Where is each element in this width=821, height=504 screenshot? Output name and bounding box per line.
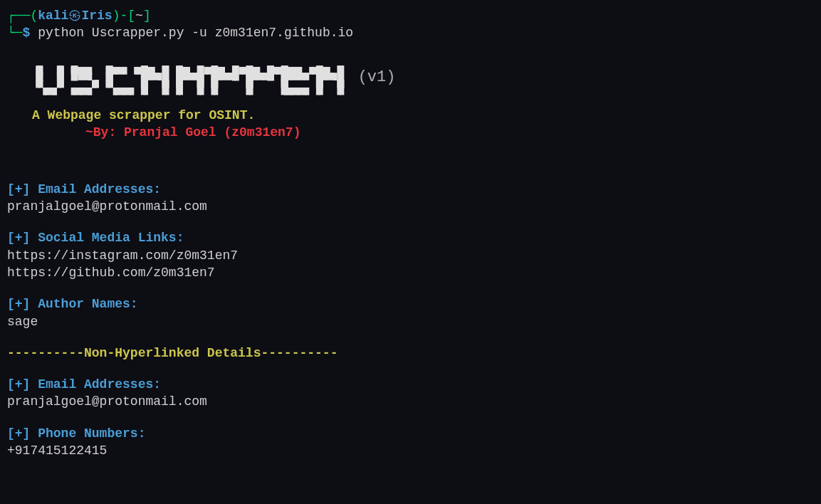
section-header-emails2: [+] Email Addresses:	[7, 376, 814, 393]
phone-value: +917415122415	[7, 442, 814, 459]
section-header-phone: [+] Phone Numbers:	[7, 425, 814, 442]
byline: ~By: Pranjal Goel (z0m31en7)	[85, 124, 814, 141]
prompt-host: Iris	[81, 9, 112, 23]
prompt-line-2[interactable]: └─$ python Uscrapper.py -u z0m31en7.gith…	[7, 24, 814, 41]
section-header-authors: [+] Author Names:	[7, 295, 814, 313]
social-section: [+] Social Media Links: https://instagra…	[7, 229, 814, 281]
phone-section: [+] Phone Numbers: +917415122415	[7, 425, 814, 460]
email-value: pranjalgoel@protonmail.com	[7, 198, 814, 215]
prompt-symbol: $	[23, 26, 31, 40]
prompt-user: kali	[38, 9, 68, 23]
emails2-section: [+] Email Addresses: pranjalgoel@protonm…	[7, 376, 814, 411]
email2-value: pranjalgoel@protonmail.com	[7, 393, 814, 410]
version-label: (v1)	[358, 67, 396, 88]
divider-line: ----------Non-Hyperlinked Details-------…	[7, 345, 814, 362]
section-header-emails: [+] Email Addresses:	[7, 181, 814, 198]
tagline: A Webpage scrapper for OSINT.	[32, 107, 814, 124]
prompt-cwd: ~	[135, 9, 143, 23]
section-header-social: [+] Social Media Links:	[7, 229, 814, 246]
command-input: python Uscrapper.py -u z0m31en7.github.i…	[38, 26, 353, 40]
ascii-logo: ▗▖ ▗▖▗▄▄▖ ▗▄▄▖▗▄▄▖ ▗▄▖ ▗▄▄▖ ▗▄▄▖ ▗▄▄▄▖▗▄…	[32, 63, 347, 92]
app-banner: ▗▖ ▗▖▗▄▄▖ ▗▄▄▖▗▄▄▖ ▗▄▖ ▗▄▄▖ ▗▄▄▖ ▗▄▄▄▖▗▄…	[32, 63, 814, 142]
social-link-2: https://github.com/z0m31en7	[7, 264, 814, 281]
authors-section: [+] Author Names: sage	[7, 295, 814, 330]
results-output: [+] Email Addresses: pranjalgoel@protonm…	[7, 181, 814, 460]
author-value: sage	[7, 313, 814, 330]
prompt-line-1: ┌──(kali㉿Iris)-[~]	[7, 7, 814, 24]
emails-section: [+] Email Addresses: pranjalgoel@protonm…	[7, 181, 814, 216]
social-link-1: https://instagram.com/z0m31en7	[7, 247, 814, 264]
